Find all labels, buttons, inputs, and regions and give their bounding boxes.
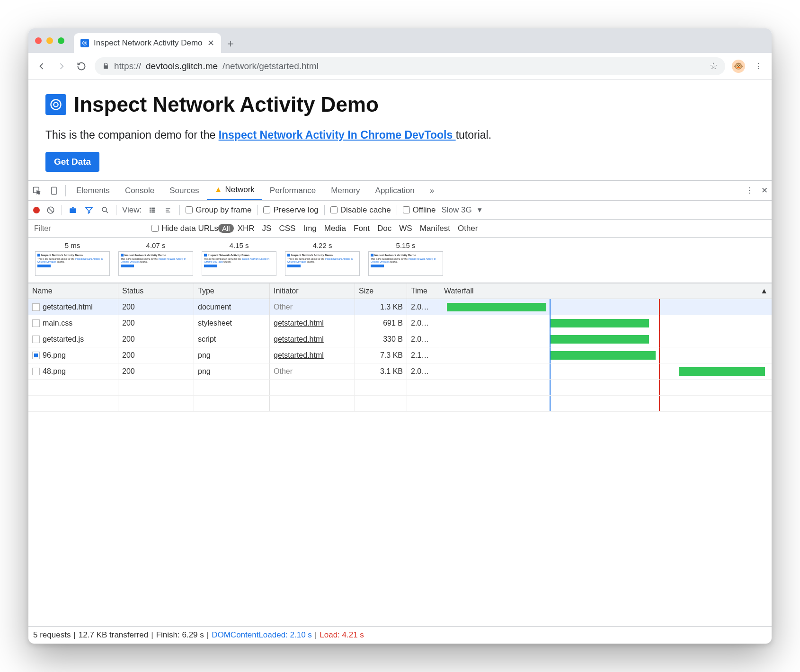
filter-css[interactable]: CSS <box>275 224 299 233</box>
profile-avatar[interactable]: 🐵 <box>732 60 745 73</box>
devtools-tabbar: ElementsConsoleSources▲NetworkPerformanc… <box>28 181 772 201</box>
filmstrip-frame[interactable]: 5 msInspect Network Activity DemoThis is… <box>35 241 110 276</box>
get-data-button[interactable]: Get Data <box>45 152 99 172</box>
devtools-close-icon[interactable]: ✕ <box>757 186 772 195</box>
filter-input[interactable] <box>28 220 151 237</box>
filter-media[interactable]: Media <box>320 224 350 233</box>
preserve-log-checkbox[interactable]: Preserve log <box>263 205 318 215</box>
record-button[interactable] <box>33 207 40 213</box>
filter-img[interactable]: Img <box>299 224 320 233</box>
initiator-link[interactable]: getstarted.html <box>274 319 324 327</box>
browser-toolbar: https://devtools.glitch.me/network/getst… <box>28 53 772 80</box>
initiator-link[interactable]: getstarted.html <box>274 351 324 360</box>
table-header[interactable]: NameStatusTypeInitiatorSizeTimeWaterfall… <box>28 283 772 299</box>
devtools-tab-console[interactable]: Console <box>117 181 162 200</box>
svg-point-8 <box>102 207 107 212</box>
window-controls <box>35 37 64 44</box>
page-heading: Inspect Network Activity Demo <box>45 93 755 116</box>
browser-menu-button[interactable]: ⋮ <box>752 60 765 73</box>
waterfall-cell <box>440 315 772 331</box>
browser-tab[interactable]: Inspect Network Activity Demo ✕ <box>74 33 221 53</box>
svg-rect-14 <box>151 211 155 212</box>
table-row[interactable]: 96.png200pnggetstarted.html7.3 KB2.1… <box>28 347 772 363</box>
reload-button[interactable] <box>75 60 88 73</box>
search-icon[interactable] <box>100 206 110 214</box>
overview-icon[interactable] <box>163 206 174 214</box>
clear-button[interactable] <box>45 206 56 214</box>
svg-point-2 <box>51 100 61 110</box>
offline-checkbox[interactable]: Offline <box>403 205 436 215</box>
network-summary: 5 requests | 12.7 KB transferred | Finis… <box>28 627 772 644</box>
devtools-tab-sources[interactable]: Sources <box>162 181 206 200</box>
chevron-down-icon[interactable]: ▾ <box>478 205 482 215</box>
filmstrip-frame[interactable]: 4.15 sInspect Network Activity DemoThis … <box>202 241 276 276</box>
filmstrip-frame[interactable]: 5.15 sInspect Network Activity DemoThis … <box>368 241 443 276</box>
filmstrip-frame[interactable]: 4.22 sInspect Network Activity DemoThis … <box>285 241 360 276</box>
tab-title: Inspect Network Activity Demo <box>94 38 203 48</box>
svg-rect-5 <box>52 187 56 194</box>
column-type[interactable]: Type <box>194 283 270 299</box>
new-tab-button[interactable]: ＋ <box>221 34 240 53</box>
device-toolbar-icon[interactable] <box>45 186 62 195</box>
large-rows-icon[interactable] <box>147 206 158 214</box>
page-title: Inspect Network Activity Demo <box>74 93 379 116</box>
devtools-tab-elements[interactable]: Elements <box>69 181 117 200</box>
warning-icon: ▲ <box>214 185 222 195</box>
svg-point-1 <box>84 42 86 44</box>
summary-finish: Finish: 6.29 s <box>156 630 204 640</box>
throttling-select[interactable]: Slow 3G <box>441 205 471 215</box>
devtools-tab-performance[interactable]: Performance <box>262 181 323 200</box>
initiator-link: Other <box>274 303 293 311</box>
column-waterfall[interactable]: Waterfall▲ <box>440 283 772 299</box>
back-button[interactable] <box>35 60 48 73</box>
filter-other[interactable]: Other <box>454 224 482 233</box>
close-window-button[interactable] <box>35 37 42 44</box>
disable-cache-checkbox[interactable]: Disable cache <box>330 205 391 215</box>
hide-data-urls-checkbox[interactable]: Hide data URLs <box>151 224 218 233</box>
url-path: /network/getstarted.html <box>222 61 319 71</box>
screenshots-icon[interactable] <box>68 206 78 214</box>
filter-font[interactable]: Font <box>350 224 373 233</box>
table-row[interactable]: 48.png200pngOther3.1 KB2.0… <box>28 363 772 380</box>
page-logo-icon <box>45 94 66 115</box>
devtools-tab-network[interactable]: ▲Network <box>207 181 262 200</box>
group-by-frame-checkbox[interactable]: Group by frame <box>186 205 251 215</box>
bookmark-button[interactable]: ☆ <box>710 61 718 71</box>
filter-js[interactable]: JS <box>258 224 276 233</box>
network-toolbar: View: Group by frame Preserve log Disabl… <box>28 201 772 220</box>
view-label: View: <box>122 205 142 215</box>
tab-close-button[interactable]: ✕ <box>207 38 214 48</box>
column-size[interactable]: Size <box>355 283 407 299</box>
column-initiator[interactable]: Initiator <box>270 283 355 299</box>
maximize-window-button[interactable] <box>58 37 64 44</box>
network-filter-bar: Hide data URLs All XHRJSCSSImgMediaFontD… <box>28 220 772 238</box>
filter-all[interactable]: All <box>218 224 234 233</box>
file-icon <box>32 303 40 311</box>
page-intro: This is the companion demo for the Inspe… <box>45 129 755 141</box>
filter-icon[interactable] <box>84 206 94 214</box>
svg-rect-10 <box>151 207 155 209</box>
filmstrip-frame[interactable]: 4.07 sInspect Network Activity DemoThis … <box>118 241 193 276</box>
table-row[interactable]: getstarted.html200documentOther1.3 KB2.0… <box>28 299 772 315</box>
inspect-element-icon[interactable] <box>28 186 45 195</box>
devtools-tab-application[interactable]: Application <box>368 181 422 200</box>
tutorial-link[interactable]: Inspect Network Activity In Chrome DevTo… <box>219 129 456 141</box>
svg-rect-11 <box>150 209 151 211</box>
minimize-window-button[interactable] <box>46 37 53 44</box>
forward-button[interactable] <box>55 60 68 73</box>
table-row[interactable]: getstarted.js200scriptgetstarted.html330… <box>28 331 772 347</box>
devtools-more-tabs[interactable]: » <box>422 181 442 200</box>
table-row[interactable]: main.css200stylesheetgetstarted.html691 … <box>28 315 772 331</box>
filter-manifest[interactable]: Manifest <box>416 224 454 233</box>
devtools-settings-icon[interactable]: ⋮ <box>742 186 757 195</box>
column-name[interactable]: Name <box>28 283 118 299</box>
file-icon <box>32 368 40 375</box>
devtools-tab-memory[interactable]: Memory <box>323 181 367 200</box>
column-time[interactable]: Time <box>407 283 440 299</box>
filter-xhr[interactable]: XHR <box>234 224 258 233</box>
filter-doc[interactable]: Doc <box>373 224 395 233</box>
filter-ws[interactable]: WS <box>395 224 416 233</box>
initiator-link[interactable]: getstarted.html <box>274 335 324 344</box>
column-status[interactable]: Status <box>118 283 194 299</box>
address-bar[interactable]: https://devtools.glitch.me/network/getst… <box>95 57 725 75</box>
